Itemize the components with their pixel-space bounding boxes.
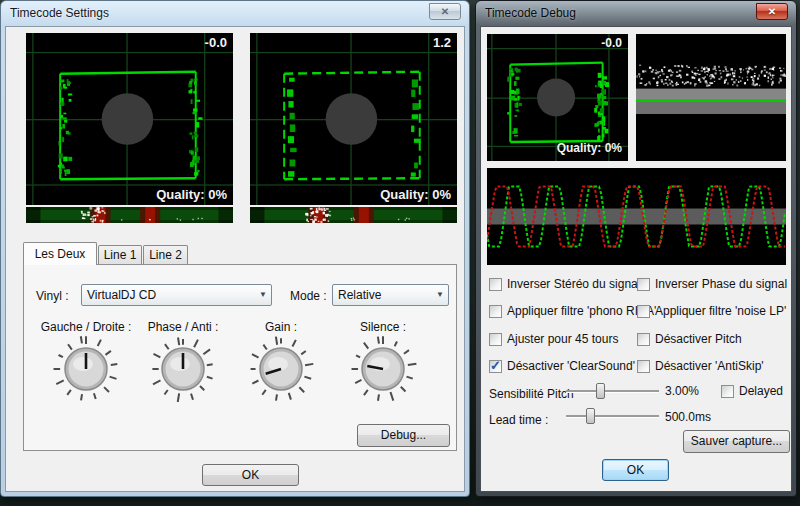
tab-les-deux[interactable]: Les Deux xyxy=(23,242,97,265)
mode-dropdown-value: Relative xyxy=(338,288,381,302)
knob-label: Silence : xyxy=(337,320,429,334)
lead-time-slider[interactable] xyxy=(566,408,659,424)
debug-button-label: Debug... xyxy=(381,428,426,442)
scope-quality: Quality: 0% xyxy=(156,187,227,202)
window-title: Timecode Settings xyxy=(10,6,109,20)
slider-thumb[interactable] xyxy=(586,408,595,424)
ok-button-label: OK xyxy=(627,463,644,477)
checkbox-label: Appliquer filtre 'noise LP' xyxy=(655,304,786,318)
sauver-capture-button[interactable]: Sauver capture... xyxy=(683,430,790,453)
noise-display xyxy=(636,34,786,161)
scope-quality: Quality: 0% xyxy=(557,141,622,155)
mode-dropdown[interactable]: Relative ▼ xyxy=(332,284,449,306)
vinyl-dropdown[interactable]: VirtualDJ CD ▼ xyxy=(81,284,272,306)
checkbox-label: Désactiver 'ClearSound' xyxy=(507,359,635,373)
checkbox-delayed[interactable]: Delayed xyxy=(721,384,783,398)
titlebar[interactable]: Timecode Debug ✕ xyxy=(476,1,796,26)
vinyl-dropdown-value: VirtualDJ CD xyxy=(87,288,156,302)
slider-thumb[interactable] xyxy=(596,383,605,399)
chevron-down-icon: ▼ xyxy=(259,290,267,299)
knob-label: Gain : xyxy=(235,320,327,334)
waveform-display xyxy=(487,168,786,265)
checkbox-label: Appliquer filtre 'phono RIAA' xyxy=(507,304,656,318)
knob-gain[interactable]: Gain : xyxy=(235,320,327,402)
checkbox-label: Désactiver Pitch xyxy=(655,332,742,346)
checkbox-desactiver-pitch[interactable]: Désactiver Pitch xyxy=(637,332,742,346)
debug-scope: -0.0 Quality: 0% xyxy=(487,34,628,161)
checkbox-label: Désactiver 'AntiSkip' xyxy=(655,359,764,373)
checkbox-label: Delayed xyxy=(739,384,783,398)
settings-client-area: -0.0 Quality: 0% 1.2 Quality: 0% Les Deu… xyxy=(5,26,465,492)
titlebar[interactable]: Timecode Settings ✕ xyxy=(1,1,469,26)
checkbox-label: Inverser Phase du signal xyxy=(655,277,787,291)
vinyl-label: Vinyl : xyxy=(36,289,68,303)
lead-time-label: Lead time : xyxy=(489,413,548,427)
knob-phase-anti[interactable]: Phase / Anti : xyxy=(137,320,229,402)
checkbox-box xyxy=(637,305,650,318)
scope-quality: Quality: 0% xyxy=(380,187,451,202)
window-title: Timecode Debug xyxy=(485,6,576,20)
scope-reading: -0.0 xyxy=(205,35,227,50)
tab-label: Les Deux xyxy=(35,247,86,261)
scope-reading: 1.2 xyxy=(433,35,451,50)
debug-button[interactable]: Debug... xyxy=(357,424,450,447)
checkbox-filtre-phono-riaa[interactable]: Appliquer filtre 'phono RIAA' xyxy=(489,304,656,318)
checkbox-box xyxy=(637,333,650,346)
ok-button[interactable]: OK xyxy=(202,464,299,486)
checkbox-desactiver-antiskip[interactable]: Désactiver 'AntiSkip' xyxy=(637,359,764,373)
tab-line-1[interactable]: Line 1 xyxy=(98,245,142,265)
close-icon[interactable]: ✕ xyxy=(429,3,461,20)
pitch-sensitivity-label: Sensibilité Pitch xyxy=(489,387,574,401)
ok-button-label: OK xyxy=(242,468,259,482)
checkbox-box xyxy=(637,278,650,291)
checkbox-box xyxy=(489,278,502,291)
checkbox-box xyxy=(489,333,502,346)
knob-gauche-droite[interactable]: Gauche / Droite : xyxy=(40,320,132,402)
slider-groove xyxy=(566,415,659,418)
knob-label: Phase / Anti : xyxy=(137,320,229,334)
checkbox-box xyxy=(489,360,502,373)
tab-label: Line 1 xyxy=(104,248,137,262)
pitch-sensitivity-slider[interactable] xyxy=(566,383,659,399)
tab-content-panel: Vinyl : VirtualDJ CD ▼ Mode : Relative ▼… xyxy=(23,264,457,451)
checkbox-inverser-stereo[interactable]: Inverser Stéréo du signal xyxy=(489,277,640,291)
timecode-debug-window: Timecode Debug ✕ -0.0 Quality: 0% Invers… xyxy=(475,0,797,497)
timecode-scope-right: 1.2 Quality: 0% xyxy=(250,33,457,205)
signal-strip-left xyxy=(26,207,233,223)
slider-groove xyxy=(566,390,659,393)
debug-client-area: -0.0 Quality: 0% Inverser Stéréo du sign… xyxy=(480,26,792,492)
knob-label: Gauche / Droite : xyxy=(40,320,132,334)
timecode-settings-window: Timecode Settings ✕ -0.0 Quality: 0% 1.2… xyxy=(0,0,470,497)
signal-strip-right xyxy=(250,207,457,223)
checkbox-filtre-noise-lp[interactable]: Appliquer filtre 'noise LP' xyxy=(637,304,786,318)
chevron-down-icon: ▼ xyxy=(436,290,444,299)
knob-silence[interactable]: Silence : xyxy=(337,320,429,402)
mode-label: Mode : xyxy=(290,289,327,303)
checkbox-ajuster-45-tours[interactable]: Ajuster pour 45 tours xyxy=(489,332,618,346)
scope-reading: -0.0 xyxy=(601,36,622,50)
lead-time-value: 500.0ms xyxy=(665,410,711,424)
checkbox-label: Ajuster pour 45 tours xyxy=(507,332,618,346)
tab-line-2[interactable]: Line 2 xyxy=(143,245,188,265)
checkbox-box xyxy=(489,305,502,318)
checkbox-label: Inverser Stéréo du signal xyxy=(507,277,640,291)
close-icon[interactable]: ✕ xyxy=(756,3,788,20)
sauver-capture-button-label: Sauver capture... xyxy=(691,434,782,448)
checkbox-box xyxy=(637,360,650,373)
checkbox-inverser-phase[interactable]: Inverser Phase du signal xyxy=(637,277,787,291)
ok-button[interactable]: OK xyxy=(602,459,669,481)
checkbox-box xyxy=(721,385,734,398)
pitch-value: 3.00% xyxy=(665,384,699,398)
checkbox-desactiver-clearsound[interactable]: Désactiver 'ClearSound' xyxy=(489,359,635,373)
tab-label: Line 2 xyxy=(149,248,182,262)
timecode-scope-left: -0.0 Quality: 0% xyxy=(26,33,233,205)
